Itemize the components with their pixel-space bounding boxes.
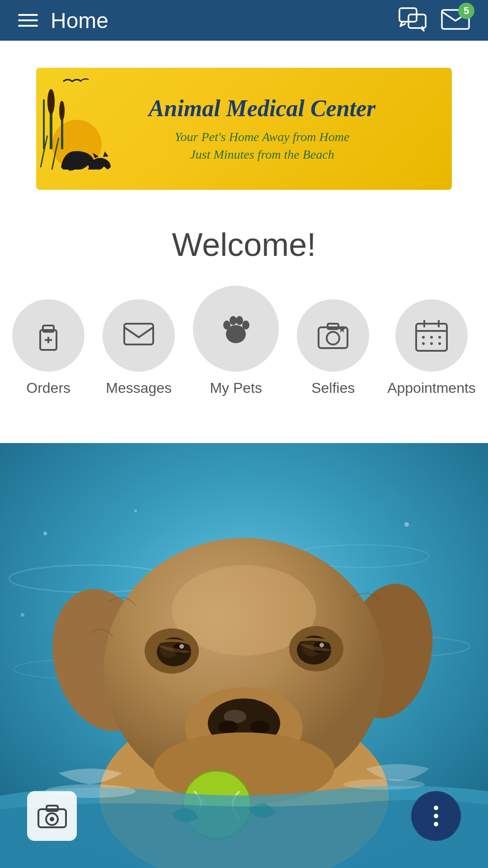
page-title: Home [51,8,108,33]
selfies-icon [315,317,351,354]
nav-item-my-pets[interactable]: My Pets [193,286,279,396]
mail-button[interactable]: 5 [441,7,470,33]
svg-point-68 [343,779,425,790]
welcome-text: Welcome! [172,226,316,263]
banner-decoration [36,68,127,190]
svg-point-17 [236,316,243,325]
orders-circle[interactable] [12,299,84,372]
more-options-button[interactable] [411,791,461,841]
dot-2 [434,814,438,818]
svg-point-16 [230,316,237,325]
selfies-label: Selfies [311,380,355,396]
nav-item-selfies[interactable]: Selfies [297,299,369,396]
clinic-banner: Animal Medical Center Your Pet's Home Aw… [36,68,452,190]
svg-point-58 [319,643,324,647]
selfies-circle[interactable] [297,299,369,372]
my-pets-circle[interactable] [193,286,279,372]
svg-point-28 [438,336,441,339]
messages-icon [121,317,157,354]
svg-rect-8 [43,99,45,149]
calendar-icon [413,317,450,354]
hamburger-menu-button[interactable] [18,14,38,27]
svg-point-62 [218,721,238,733]
svg-point-5 [47,89,55,114]
messages-label: Messages [106,380,172,396]
svg-point-30 [430,342,433,345]
nav-item-messages[interactable]: Messages [103,299,175,396]
svg-point-63 [250,721,270,733]
svg-point-27 [430,336,433,339]
camera-button[interactable] [27,791,77,841]
mail-badge: 5 [458,3,474,19]
svg-point-72 [50,817,54,821]
dog-photo-section [0,443,488,868]
chat-button[interactable] [399,7,427,33]
app-header: Home 5 [0,0,488,41]
svg-point-7 [59,101,65,121]
nav-item-orders[interactable]: Orders [12,299,84,396]
svg-point-41 [404,522,409,527]
orders-icon [30,317,66,354]
svg-point-40 [134,509,137,512]
header-left: Home [18,8,108,33]
svg-point-26 [422,336,425,339]
chat-icon [399,7,427,32]
svg-rect-13 [124,324,153,344]
svg-point-15 [223,321,230,330]
paw-icon [213,306,258,351]
svg-point-18 [242,321,249,330]
svg-point-21 [327,332,339,344]
svg-point-39 [43,532,47,535]
svg-point-29 [422,342,425,345]
svg-point-43 [21,613,24,617]
appointments-label: Appointments [387,380,476,396]
welcome-section: Welcome! [0,203,488,277]
appointments-circle[interactable] [395,299,468,372]
camera-icon [38,804,67,829]
messages-circle[interactable] [103,299,175,372]
nav-circles: Orders Messages My Pets [0,277,488,396]
my-pets-label: My Pets [210,380,262,396]
dot-1 [434,806,438,810]
dot-3 [434,822,438,826]
svg-point-31 [438,342,441,345]
banner-title: Animal Medical Center [149,94,376,123]
nav-item-appointments[interactable]: Appointments [387,299,476,396]
more-dots [434,806,438,826]
header-right: 5 [399,7,470,33]
svg-point-53 [179,644,184,649]
banner-subtitle: Your Pet's Home Away from Home Just Minu… [149,128,376,163]
orders-label: Orders [26,380,70,396]
banner-container: Animal Medical Center Your Pet's Home Aw… [0,41,488,203]
